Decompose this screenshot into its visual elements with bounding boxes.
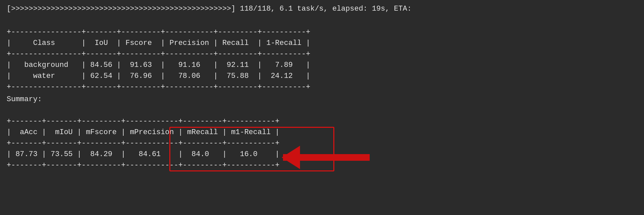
table1-top-border: +----------------+-------+---------+----… bbox=[7, 27, 637, 38]
table1-bottom-border: +----------------+-------+---------+----… bbox=[7, 82, 637, 93]
table2-bottom-border: +-------+-------+---------+------------+… bbox=[7, 160, 280, 171]
table2-header-sep: +-------+-------+---------+------------+… bbox=[7, 138, 280, 149]
table1-header: | Class | IoU | Fscore | Precision | Rec… bbox=[7, 38, 637, 49]
spacer-2 bbox=[7, 105, 637, 116]
table1-header-sep: +----------------+-------+---------+----… bbox=[7, 49, 637, 60]
arrow-head bbox=[282, 146, 300, 169]
arrow-body bbox=[283, 154, 370, 161]
table2-data-row: | 87.73 | 73.55 | 84.29 | 84.61 | 84.0 |… bbox=[7, 149, 280, 160]
table2-header: | aAcc | mIoU | mFscore | mPrecision | m… bbox=[7, 127, 280, 138]
arrow-wrapper bbox=[283, 146, 387, 169]
table2-top-border: +-------+-------+---------+------------+… bbox=[7, 116, 280, 127]
table1-section: +----------------+-------+---------+----… bbox=[7, 27, 637, 93]
spacer-1 bbox=[7, 14, 637, 25]
summary-label: Summary: bbox=[7, 94, 637, 105]
table2-wrapper: +-------+-------+---------+------------+… bbox=[7, 116, 280, 171]
table1-row2: | water | 62.54 | 76.96 | 78.06 | 75.88 … bbox=[7, 71, 637, 82]
progress-line: [>>>>>>>>>>>>>>>>>>>>>>>>>>>>>>>>>>>>>>>… bbox=[7, 3, 637, 14]
table1-row1: | background | 84.56 | 91.63 | 91.16 | 9… bbox=[7, 60, 637, 71]
terminal-output: [>>>>>>>>>>>>>>>>>>>>>>>>>>>>>>>>>>>>>>>… bbox=[7, 3, 637, 171]
